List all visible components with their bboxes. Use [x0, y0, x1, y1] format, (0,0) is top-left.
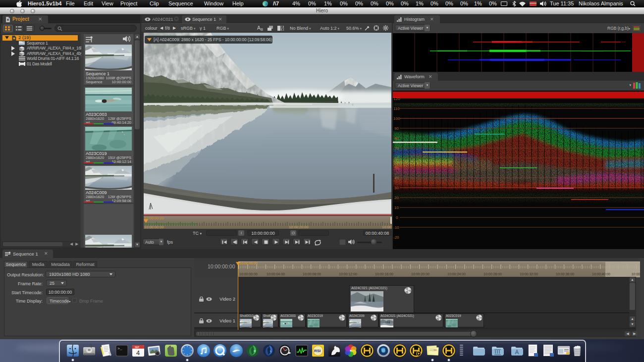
- svg-text:4: 4: [136, 349, 140, 357]
- svg-text:RSI: RSI: [314, 349, 321, 353]
- svg-text:110: 110: [393, 106, 400, 111]
- svg-text:100: 100: [393, 116, 400, 121]
- svg-text:60: 60: [394, 156, 399, 160]
- svg-text:20: 20: [394, 196, 399, 200]
- svg-text:120: 120: [393, 97, 400, 101]
- svg-text:70: 70: [394, 146, 399, 151]
- svg-text:50: 50: [394, 166, 399, 170]
- svg-text:SEP: SEP: [135, 346, 139, 349]
- svg-text:10: 10: [394, 206, 399, 210]
- svg-text:-20: -20: [393, 235, 399, 240]
- svg-text:>_: >_: [117, 346, 122, 351]
- svg-text:-10: -10: [393, 225, 399, 230]
- svg-text:40: 40: [394, 176, 399, 180]
- svg-text:90: 90: [394, 126, 399, 131]
- svg-text:80: 80: [394, 136, 399, 141]
- svg-text:30: 30: [394, 186, 399, 190]
- svg-text:0: 0: [396, 215, 398, 220]
- svg-text:Two: Two: [433, 349, 437, 351]
- svg-text:R: R: [254, 350, 256, 353]
